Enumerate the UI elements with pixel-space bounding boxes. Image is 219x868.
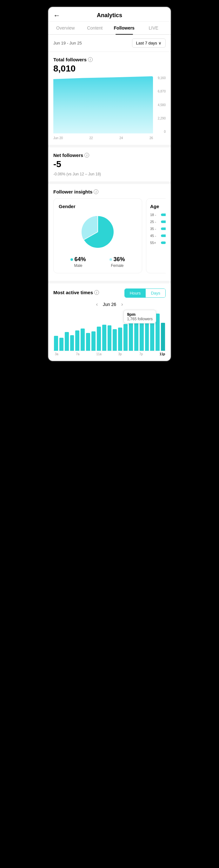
chart-y-labels: 9,160 6,870 4,580 2,290 0 [158,76,166,133]
most-active-times-info-icon[interactable]: i [94,290,99,295]
pie-chart [59,213,137,251]
bar-9 [102,325,106,351]
page-title: Analytics [53,12,166,19]
y-label-3: 2,290 [158,117,166,120]
bar-0 [54,336,58,351]
bar-chart-tooltip: 9pm 1,765 followers [123,310,156,323]
age-row-45: 45 - [150,234,166,238]
bar-label-10 [107,352,112,356]
bar-14 [129,322,133,351]
bar-label-4: 7a [75,352,81,356]
bar-label-3 [70,352,75,356]
bar-label-5 [80,352,86,356]
chart-gradient [53,76,153,133]
date-row: Jun 19 - Jun 25 Last 7 days ∨ [48,35,171,52]
y-label-0: 9,160 [158,76,166,80]
bar-19 [155,314,160,351]
date-nav-next-arrow[interactable]: › [121,302,123,307]
gender-card-title: Gender [59,204,137,209]
tabs-bar: Overview Content Followers LIVE [48,22,171,35]
tab-content[interactable]: Content [80,22,110,34]
y-label-4: 0 [164,130,166,133]
tab-followers[interactable]: Followers [110,22,139,34]
bar-chart-container: 9pm 1,765 followers 3a7a11a3p7p11p [53,310,166,356]
bar-label-20: 11p [160,352,165,356]
age-label-25: 25 - [150,220,159,224]
bar-15 [134,321,138,351]
bar-label-11 [112,352,117,356]
date-selector-label: Last 7 days [136,41,157,45]
bar-label-12: 3p [117,352,123,356]
most-active-times-section: Most active times i Hours Days ‹ Jun 26 … [48,283,171,361]
bar-12 [118,328,122,351]
bar-label-7 [91,352,96,356]
bar-20 [161,323,165,351]
date-nav-prev-arrow[interactable]: ‹ [96,302,98,307]
bar-label-8: 11a [96,352,102,356]
bar-label-0: 3a [54,352,59,356]
tab-live[interactable]: LIVE [139,22,169,34]
toggle-hours-button[interactable]: Hours [125,289,146,298]
bar-5 [81,329,85,351]
bars-x-labels: 3a7a11a3p7p11p [53,352,166,356]
back-button[interactable]: ← [53,11,60,20]
x-label-2: 24 [119,136,123,140]
age-label-35: 35 - [150,227,159,231]
date-selector-button[interactable]: Last 7 days ∨ [132,38,166,48]
toggle-days-button[interactable]: Days [146,289,166,298]
follower-insights-title: Follower insights i [53,189,166,194]
follower-insights-info-icon[interactable]: i [94,189,98,194]
male-pct: 64% [74,256,86,263]
age-card: Age 18 - 25 - 35 - 45 - 5 [146,198,166,273]
chart-area [53,76,153,133]
net-followers-sub: -0.06% (vs Jun 12 – Jun 18) [53,172,166,176]
total-followers-info-icon[interactable]: i [88,57,93,62]
net-followers-info-icon[interactable]: i [84,153,89,158]
date-nav: ‹ Jun 26 › [53,302,166,307]
net-followers-section: Net followers i -5 -0.06% (vs Jun 12 – J… [48,148,171,184]
total-followers-chart: 9,160 6,870 4,580 2,290 0 Jun 20 22 24 2… [53,76,166,140]
bar-3 [70,335,74,351]
date-nav-current: Jun 26 [103,302,116,307]
x-label-3: 26 [149,136,153,140]
bar-label-14 [128,352,133,356]
x-label-0: Jun 20 [53,136,63,140]
bar-1 [59,338,64,351]
age-label-55: 55+ [150,241,159,245]
bar-4 [75,331,79,351]
age-row-35: 35 - [150,227,166,231]
bar-label-2 [65,352,70,356]
net-followers-value: -5 [53,159,166,169]
bar-label-13 [122,352,128,356]
x-label-1: 22 [89,136,93,140]
net-followers-title: Net followers i [53,153,166,158]
y-label-2: 4,580 [158,103,166,107]
age-card-title: Age [150,204,166,209]
bar-label-1 [59,352,65,356]
total-followers-section: Total followers i 8,010 9,160 6,870 4,58… [48,52,171,148]
age-row-18: 18 - [150,213,166,217]
tab-overview[interactable]: Overview [51,22,80,34]
age-label-18: 18 - [150,213,159,217]
total-followers-title: Total followers i [53,57,166,62]
chart-x-labels: Jun 20 22 24 26 [53,136,153,140]
bar-label-9 [102,352,107,356]
y-label-1: 6,870 [158,90,166,93]
phone-frame: ← Analytics Overview Content Followers L… [48,6,171,362]
legend-male: 64% Male [70,256,86,268]
bar-label-17 [144,352,149,356]
total-followers-value: 8,010 [53,64,166,74]
bar-label-6 [86,352,91,356]
bar-7 [92,331,96,351]
age-label-45: 45 - [150,234,159,238]
most-active-times-title: Most active times i [53,290,99,295]
male-label: Male [74,264,82,268]
date-range-text: Jun 19 - Jun 25 [53,41,82,45]
bar-label-18 [149,352,154,356]
follower-insights-section: Follower insights i Gender [48,184,171,283]
female-pct: 36% [113,256,125,263]
bar-11 [113,329,117,351]
bar-10 [108,326,112,351]
chevron-down-icon: ∨ [158,41,161,45]
female-label: Female [111,264,123,268]
